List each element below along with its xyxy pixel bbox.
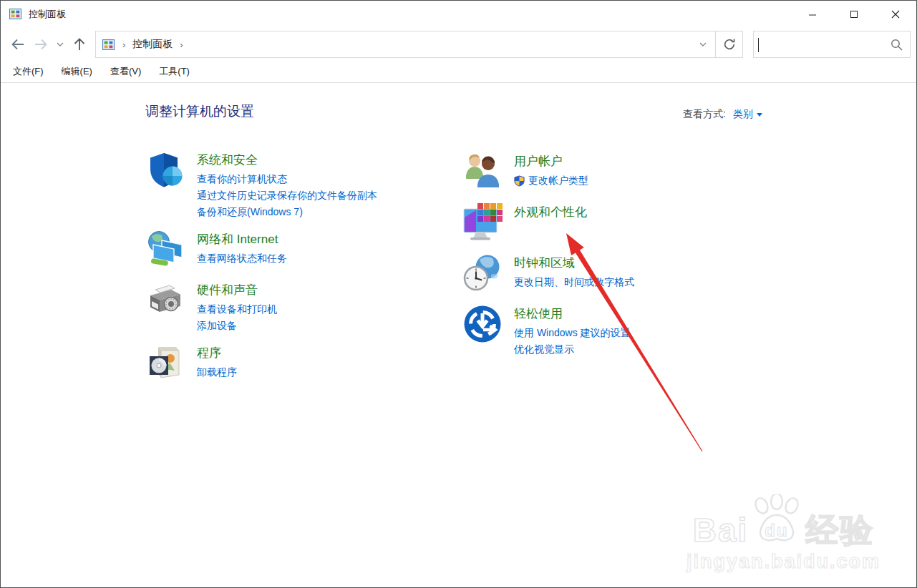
task-link-label: 更改帐户类型 [528, 172, 588, 189]
task-link[interactable]: 查看设备和打印机 [197, 301, 277, 318]
control-panel-icon [9, 8, 22, 21]
view-by-label: 查看方式: [683, 108, 726, 119]
paw-icon: du [750, 494, 803, 549]
task-link-label: 使用 Windows 建议的设置 [514, 325, 631, 341]
uac-shield-icon [514, 175, 525, 187]
refresh-button[interactable] [715, 31, 742, 57]
clock-region-icon[interactable] [462, 253, 503, 293]
minimize-icon [808, 10, 817, 19]
search-icon[interactable] [889, 37, 903, 52]
category-title-ease-of-access[interactable]: 轻松使用 [514, 305, 563, 322]
category-text: 轻松使用使用 Windows 建议的设置优化视觉显示 [514, 304, 631, 358]
address-dropdown-button[interactable] [691, 31, 715, 57]
task-link[interactable]: 使用 Windows 建议的设置 [514, 325, 631, 341]
category-clock-and-region: 时钟和区域更改日期、时间或数字格式 [462, 253, 916, 295]
category-title-system-and-security[interactable]: 系统和安全 [197, 152, 258, 168]
view-by-dropdown[interactable]: 类别 [733, 108, 762, 119]
control-panel-icon [102, 39, 115, 51]
text-caret [758, 38, 759, 52]
task-link[interactable]: 查看网络状态和任务 [197, 250, 287, 267]
close-icon [891, 10, 900, 19]
personalization-monitor-icon[interactable] [462, 202, 503, 242]
task-link-label: 查看你的计算机状态 [197, 171, 287, 187]
category-title-user-accounts[interactable]: 用户帐户 [514, 153, 563, 170]
watermark-du-text: du [765, 521, 789, 540]
category-text: 网络和 Internet查看网络状态和任务 [197, 230, 287, 271]
menu-view[interactable]: 查看(V) [107, 63, 145, 80]
dropdown-caret-icon [757, 113, 762, 117]
menu-bar: 文件(F) 编辑(E) 查看(V) 工具(T) [1, 61, 916, 83]
category-programs: 程序卸载程序 [145, 343, 462, 385]
category-title-programs[interactable]: 程序 [197, 345, 221, 361]
watermark-brand: Bai du 经验 [686, 494, 880, 547]
menu-tools[interactable]: 工具(T) [155, 63, 193, 80]
category-text: 系统和安全查看你的计算机状态通过文件历史记录保存你的文件备份副本备份和还原(Wi… [197, 150, 377, 220]
control-panel-window: 控制面板 › 控制面板 › [0, 0, 917, 588]
category-text: 时钟和区域更改日期、时间或数字格式 [514, 253, 634, 295]
category-title-network-and-internet[interactable]: 网络和 Internet [197, 231, 278, 248]
task-link[interactable]: 通过文件历史记录保存你的文件备份副本 [197, 187, 377, 204]
close-button[interactable] [875, 1, 916, 28]
menu-edit[interactable]: 编辑(E) [58, 63, 96, 80]
page-title: 调整计算机的设置 [145, 102, 254, 121]
maximize-icon [850, 10, 858, 19]
chevron-down-icon [699, 41, 707, 47]
security-shield-icon[interactable] [145, 150, 185, 190]
task-link-label: 优化视觉显示 [514, 341, 574, 358]
category-user-accounts: 用户帐户更改帐户类型 [462, 152, 916, 193]
category-text: 用户帐户更改帐户类型 [514, 152, 588, 193]
program-cd-icon[interactable] [145, 343, 185, 383]
category-text: 硬件和声音查看设备和打印机添加设备 [197, 280, 277, 334]
breadcrumb-chevron-icon[interactable]: › [120, 39, 128, 50]
category-text: 程序卸载程序 [197, 343, 237, 385]
address-bar[interactable]: › 控制面板 › [95, 31, 743, 58]
view-by-control: 查看方式:类别 [683, 108, 762, 121]
task-link-label: 备份和还原(Windows 7) [197, 204, 303, 220]
task-link-label: 查看网络状态和任务 [197, 250, 287, 267]
user-accounts-icon[interactable] [462, 152, 503, 192]
refresh-icon [723, 38, 736, 51]
task-link[interactable]: 卸载程序 [197, 364, 237, 381]
task-link[interactable]: 优化视觉显示 [514, 341, 574, 358]
baidu-watermark: Bai du 经验 jingyan.baidu.com [686, 494, 880, 573]
task-link-label: 通过文件历史记录保存你的文件备份副本 [197, 187, 377, 204]
up-arrow-icon [72, 36, 87, 52]
task-link[interactable]: 备份和还原(Windows 7) [197, 204, 303, 220]
task-link[interactable]: 更改帐户类型 [514, 172, 588, 189]
navigation-bar: › 控制面板 › [1, 28, 916, 61]
task-link-label: 添加设备 [197, 318, 237, 334]
category-appearance-personalization: 外观和个性化 [462, 202, 916, 244]
category-text: 外观和个性化 [514, 202, 587, 244]
back-button[interactable] [6, 32, 29, 57]
right-column: 用户帐户更改帐户类型外观和个性化时钟和区域更改日期、时间或数字格式轻松使用使用 … [462, 150, 916, 394]
category-hardware-and-sound: 硬件和声音查看设备和打印机添加设备 [145, 280, 462, 334]
category-title-hardware-and-sound[interactable]: 硬件和声音 [197, 282, 258, 298]
task-link[interactable]: 添加设备 [197, 318, 237, 334]
page-header: 调整计算机的设置 查看方式:类别 [1, 83, 916, 121]
ease-of-access-icon[interactable] [462, 304, 503, 344]
category-columns: 系统和安全查看你的计算机状态通过文件历史记录保存你的文件备份副本备份和还原(Wi… [1, 150, 916, 394]
left-column: 系统和安全查看你的计算机状态通过文件历史记录保存你的文件备份副本备份和还原(Wi… [145, 150, 462, 394]
forward-arrow-icon [33, 36, 49, 52]
network-globe-icon[interactable] [145, 230, 185, 270]
task-link-label: 更改日期、时间或数字格式 [514, 274, 634, 290]
forward-button[interactable] [29, 32, 52, 57]
maximize-button[interactable] [833, 1, 875, 28]
task-link-label: 查看设备和打印机 [197, 301, 277, 318]
category-title-clock-and-region[interactable]: 时钟和区域 [514, 255, 575, 271]
recent-locations-dropdown[interactable] [52, 32, 68, 57]
task-link[interactable]: 更改日期、时间或数字格式 [514, 274, 634, 290]
minimize-button[interactable] [792, 1, 833, 28]
up-button[interactable] [68, 32, 91, 57]
title-bar: 控制面板 [1, 1, 916, 28]
search-box [753, 31, 911, 58]
search-input[interactable] [754, 31, 889, 57]
breadcrumb-control-panel[interactable]: 控制面板 [128, 38, 177, 51]
menu-file[interactable]: 文件(F) [9, 63, 47, 80]
back-arrow-icon [10, 36, 26, 52]
task-link[interactable]: 查看你的计算机状态 [197, 171, 287, 187]
breadcrumb-chevron-icon[interactable]: › [177, 39, 185, 50]
printer-sound-icon[interactable] [145, 280, 185, 320]
chevron-down-icon [57, 41, 64, 47]
category-title-appearance-personalization[interactable]: 外观和个性化 [514, 204, 587, 220]
